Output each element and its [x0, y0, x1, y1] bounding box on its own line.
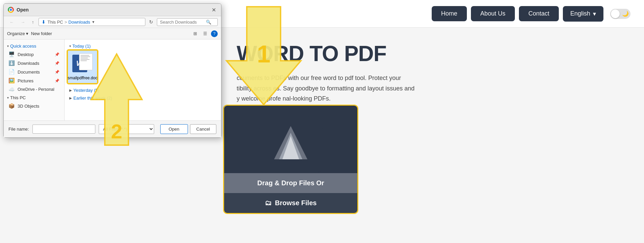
- sidebar-quick-access-label: Quick access: [10, 44, 36, 49]
- nav-forward-button[interactable]: →: [18, 18, 27, 26]
- doc-line-1: [80, 55, 89, 56]
- address-dropdown-button[interactable]: ▾: [92, 20, 94, 24]
- sidebar-item-onedrive[interactable]: ☁️ OneDrive - Personal: [4, 85, 64, 94]
- onedrive-icon: ☁️: [8, 86, 15, 92]
- sidebar-item-downloads-label: Downloads: [18, 61, 39, 66]
- sidebar-item-desktop[interactable]: 🖥️ Desktop 📌: [4, 50, 64, 59]
- footer-buttons: Open Cancel: [160, 124, 216, 134]
- upload-box: Drag & Drop Files Or 🗂 Browse Files: [223, 105, 358, 214]
- dialog-close-button[interactable]: ✕: [210, 6, 217, 13]
- dialog-titlebar: Open ✕: [4, 4, 221, 16]
- dialog-title-area: Open: [8, 7, 29, 13]
- sidebar-item-downloads[interactable]: ⬇️ Downloads 📌: [4, 59, 64, 68]
- file-open-dialog: Open ✕ ← → ↑ ⬇ This PC > Downloads ▾ ↻ 🔍…: [3, 3, 221, 138]
- sidebar-header-quick-access[interactable]: ▾ Quick access: [4, 42, 64, 50]
- filename-input-field[interactable]: [32, 125, 95, 134]
- doc-line-5: [80, 60, 87, 61]
- pin-icon-downloads: 📌: [55, 61, 59, 65]
- chevron-down-icon: ▾: [593, 10, 596, 18]
- file-name-label: smallpdffree.doc: [68, 76, 97, 80]
- chevron-earlier: ▶: [69, 96, 72, 100]
- breadcrumb-sep: >: [65, 20, 67, 25]
- sidebar-item-onedrive-label: OneDrive - Personal: [18, 87, 54, 92]
- address-bar: ⬇ This PC > Downloads ▾: [39, 18, 146, 26]
- filetype-select[interactable]: All Files (*.*): [99, 124, 154, 134]
- downloads-icon: ⬇️: [8, 60, 15, 66]
- sidebar-item-desktop-label: Desktop: [18, 52, 34, 57]
- new-folder-button[interactable]: New folder: [31, 31, 52, 36]
- sidebar-header-this-pc[interactable]: ▾ This PC: [4, 94, 64, 102]
- page-title: WORD TO PDF: [237, 41, 624, 66]
- nav-up-button[interactable]: ↑: [29, 18, 37, 26]
- file-group-yesterday-label: Yesterday (5): [73, 88, 99, 93]
- documents-icon: 📄: [8, 69, 15, 75]
- search-icon: 🔍: [206, 20, 211, 25]
- doc-line-4: [80, 59, 90, 60]
- sidebar-item-3d-objects[interactable]: 📦 3D Objects: [4, 102, 64, 110]
- pictures-icon: 🖼️: [8, 78, 15, 84]
- search-input[interactable]: [160, 20, 204, 25]
- moon-icon: 🌙: [622, 10, 629, 17]
- toggle-knob: [611, 9, 620, 18]
- nav-language-dropdown[interactable]: English ▾: [563, 6, 603, 22]
- doc-line-2: [80, 56, 90, 57]
- file-group-earlier[interactable]: ▶ Earlier this week (2): [67, 94, 218, 102]
- breadcrumb-this-pc[interactable]: This PC: [48, 20, 63, 25]
- cancel-button[interactable]: Cancel: [190, 124, 216, 134]
- file-group-today-label: Today (1): [72, 44, 91, 49]
- chevron-icon: ▾: [7, 44, 9, 48]
- nav-contact-button[interactable]: Contact: [519, 6, 559, 21]
- chevron-today: ▾: [69, 44, 71, 48]
- browse-icon: 🗂: [265, 199, 271, 207]
- dialog-footer: File name: All Files (*.*) Open Cancel: [4, 120, 221, 137]
- chrome-icon: [8, 7, 14, 13]
- view-large-icons-button[interactable]: ⊞: [191, 30, 199, 37]
- file-icon-container: W: [72, 53, 93, 74]
- breadcrumb-current[interactable]: Downloads: [68, 20, 90, 25]
- organize-toolbar: Organize ▾ New folder ⊞ ☰ ?: [4, 28, 221, 39]
- sidebar-item-documents[interactable]: 📄 Documents 📌: [4, 68, 64, 76]
- file-group-yesterday[interactable]: ▶ Yesterday (5): [67, 86, 218, 94]
- doc-page-icon: [79, 53, 93, 70]
- pin-icon-pics: 📌: [55, 79, 59, 83]
- page-description: ccuments to PDFs with our free word to p…: [237, 73, 467, 104]
- browse-files-button[interactable]: 🗂 Browse Files: [224, 193, 357, 213]
- chevron-icon-pc: ▾: [7, 96, 9, 100]
- search-box: 🔍: [157, 18, 218, 26]
- sidebar-item-documents-label: Documents: [18, 70, 40, 75]
- dialog-body: ▾ Quick access 🖥️ Desktop 📌 ⬇️ Downloads…: [4, 39, 221, 120]
- chevron-down-icon: ▾: [26, 31, 28, 36]
- chevron-yesterday: ▶: [69, 88, 72, 92]
- help-button[interactable]: ?: [211, 30, 218, 37]
- drag-drop-label: Drag & Drop Files Or: [224, 173, 357, 193]
- nav-about-button[interactable]: About Us: [471, 6, 515, 21]
- dialog-sidebar: ▾ Quick access 🖥️ Desktop 📌 ⬇️ Downloads…: [4, 39, 65, 120]
- sidebar-item-pictures-label: Pictures: [18, 78, 33, 83]
- dark-mode-toggle[interactable]: 🌙: [610, 9, 630, 19]
- toolbar2-right: ⊞ ☰ ?: [191, 30, 218, 37]
- 3d-objects-icon: 📦: [8, 103, 15, 109]
- file-group-today[interactable]: ▾ Today (1): [67, 42, 218, 50]
- doc-line-3: [80, 58, 88, 58]
- view-details-button[interactable]: ☰: [201, 30, 210, 37]
- sidebar-item-3d-label: 3D Objects: [18, 104, 39, 109]
- breadcrumb: This PC > Downloads: [48, 20, 90, 25]
- pin-icon: 📌: [55, 52, 59, 57]
- file-group-earlier-label: Earlier this week (2): [73, 96, 112, 101]
- open-button[interactable]: Open: [160, 124, 188, 134]
- organize-button[interactable]: Organize ▾: [7, 31, 28, 36]
- pin-icon-docs: 📌: [55, 70, 59, 74]
- upload-cloud-area: [224, 106, 357, 173]
- sidebar-this-pc-label: This PC: [10, 95, 26, 100]
- nav-home-button[interactable]: Home: [432, 6, 467, 21]
- dialog-title-text: Open: [17, 7, 29, 12]
- nav-back-button[interactable]: ←: [7, 18, 16, 26]
- file-item-smallpdffree[interactable]: W smallpdffree.doc: [67, 50, 98, 84]
- desktop-icon: 🖥️: [8, 51, 15, 57]
- refresh-button[interactable]: ↻: [147, 19, 155, 25]
- file-name-footer-label: File name:: [8, 127, 29, 132]
- sidebar-item-pictures[interactable]: 🖼️ Pictures 📌: [4, 76, 64, 85]
- dialog-nav-toolbar: ← → ↑ ⬇ This PC > Downloads ▾ ↻ 🔍: [4, 16, 221, 28]
- dialog-main-area: ▾ Today (1) W smallpdffr: [65, 39, 221, 120]
- down-arrow-icon: ⬇: [42, 19, 46, 25]
